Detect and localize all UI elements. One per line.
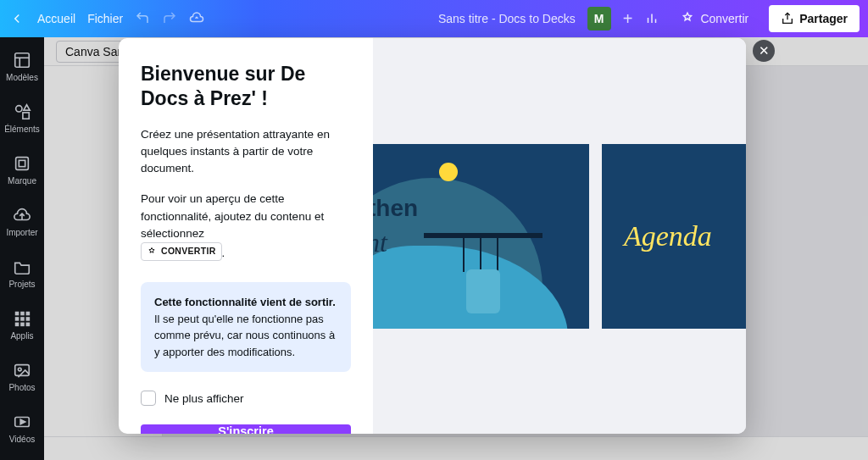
sidebar-item-marque[interactable]: Marque — [0, 149, 44, 191]
preview-slide-1: then nt — [373, 144, 589, 329]
modal-content: Bienvenue sur De Docs à Prez' ! Créez un… — [119, 38, 373, 434]
cloud-sync-icon[interactable] — [189, 10, 204, 28]
sidebar-item-label: Applis — [10, 331, 33, 341]
modal-preview: then nt Agenda — [373, 38, 746, 434]
svg-point-7 — [16, 106, 22, 112]
svg-rect-15 — [26, 312, 31, 316]
svg-marker-25 — [20, 419, 25, 424]
modal-paragraph-1: Créez une présentation attrayante en que… — [141, 126, 351, 178]
videos-icon — [13, 413, 31, 431]
sidebar-item-elements[interactable]: Éléments — [0, 97, 44, 139]
convert-button-label: Convertir — [700, 12, 748, 25]
signup-button[interactable]: S'inscrire — [141, 424, 351, 434]
sidebar-item-label: Modèles — [6, 73, 38, 82]
share-button-label: Partager — [799, 12, 848, 25]
svg-rect-21 — [26, 323, 31, 327]
sidebar-item-label: Importer — [6, 228, 37, 237]
svg-rect-16 — [15, 317, 19, 321]
folder-icon — [13, 258, 31, 276]
welcome-modal: Bienvenue sur De Docs à Prez' ! Créez un… — [119, 38, 746, 434]
close-button[interactable]: ✕ — [753, 40, 775, 62]
svg-rect-10 — [16, 158, 29, 170]
svg-rect-17 — [20, 317, 25, 321]
svg-rect-11 — [19, 160, 25, 166]
modal-title: Bienvenue sur De Docs à Prez' ! — [141, 62, 351, 111]
sidebar-item-label: Projets — [8, 280, 35, 289]
svg-rect-8 — [23, 113, 29, 119]
sidebar-item-importer[interactable]: Importer — [0, 201, 44, 242]
sidebar-item-modeles[interactable]: Modèles — [0, 46, 44, 87]
callout-strong: Cette fonctionnalité vient de sortir. — [154, 296, 336, 308]
sidebar-item-label: Marque — [8, 176, 36, 186]
dont-show-again-row[interactable]: Ne plus afficher — [141, 391, 351, 406]
svg-rect-13 — [15, 312, 19, 316]
upload-icon — [13, 206, 31, 224]
callout-rest: Il se peut qu'elle ne fonctionne pas com… — [154, 313, 335, 358]
sidebar-item-applis[interactable]: Applis — [0, 304, 44, 346]
top-bar: Accueil Fichier Sans titre - Docs to Dec… — [0, 0, 868, 37]
sidebar-item-label: Vidéos — [9, 435, 35, 444]
avatar[interactable]: M — [587, 7, 611, 30]
svg-rect-20 — [20, 323, 25, 327]
brand-icon — [13, 154, 31, 173]
modal-paragraph-2-tail: . — [222, 247, 225, 259]
preview-slide-2: Agenda — [602, 144, 746, 329]
left-sidebar: Modèles Éléments Marque Importer Projets… — [0, 37, 44, 460]
photos-icon — [13, 361, 31, 380]
sidebar-item-photos[interactable]: Photos — [0, 356, 44, 397]
close-icon: ✕ — [759, 43, 770, 58]
svg-rect-18 — [26, 317, 31, 321]
home-link[interactable]: Accueil — [37, 12, 75, 25]
svg-rect-14 — [20, 312, 25, 316]
sidebar-item-label: Éléments — [4, 125, 40, 134]
elements-icon — [13, 103, 31, 121]
apps-icon — [13, 309, 31, 328]
sidebar-item-projets[interactable]: Projets — [0, 252, 44, 294]
preview-slide-1-text-b: nt — [373, 227, 387, 258]
undo-icon[interactable] — [135, 10, 150, 28]
svg-marker-9 — [24, 105, 30, 110]
file-menu[interactable]: Fichier — [87, 12, 123, 25]
sparkle-icon — [147, 247, 157, 257]
beta-callout: Cette fonctionnalité vient de sortir. Il… — [141, 282, 351, 372]
convert-pill-label: CONVERTIR — [161, 245, 216, 258]
redo-icon[interactable] — [162, 10, 177, 28]
sidebar-item-label: Photos — [8, 383, 35, 392]
back-icon[interactable] — [8, 11, 25, 26]
modal-paragraph-2-text: Pour voir un aperçu de cette fonctionnal… — [141, 192, 324, 240]
modal-paragraph-2: Pour voir un aperçu de cette fonctionnal… — [141, 191, 351, 262]
sidebar-item-videos[interactable]: Vidéos — [0, 407, 44, 449]
dont-show-again-label: Ne plus afficher — [164, 392, 244, 405]
preview-slide-1-text-a: then — [373, 195, 418, 222]
preview-slide-2-title: Agenda — [624, 220, 712, 252]
templates-icon — [13, 51, 31, 69]
svg-rect-4 — [15, 53, 30, 68]
dont-show-again-checkbox[interactable] — [141, 391, 156, 406]
add-member-button[interactable]: + — [623, 9, 633, 29]
document-title[interactable]: Sans titre - Docs to Decks — [438, 12, 576, 25]
convert-button[interactable]: Convertir — [671, 6, 757, 31]
convert-pill: CONVERTIR — [141, 242, 222, 261]
svg-rect-19 — [15, 323, 19, 327]
analytics-icon[interactable] — [644, 10, 659, 28]
svg-point-23 — [18, 368, 21, 371]
share-button[interactable]: Partager — [769, 5, 860, 32]
